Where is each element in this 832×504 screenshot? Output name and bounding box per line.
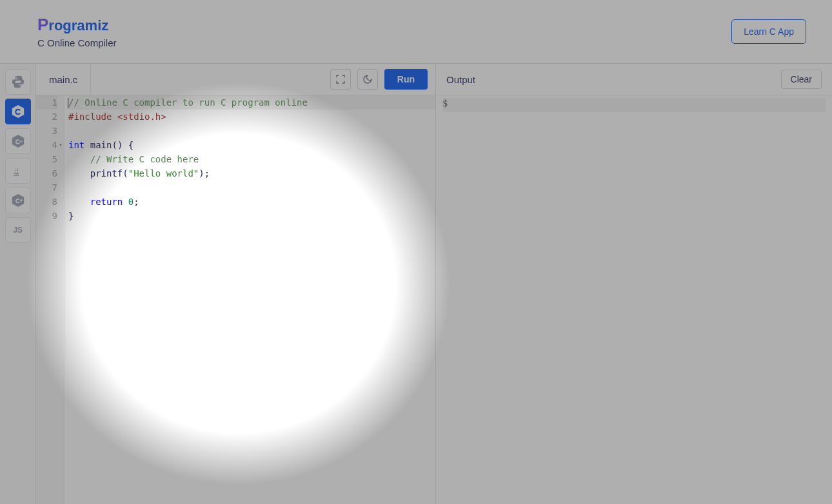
sidebar-item-js[interactable]: JS: [5, 217, 31, 243]
learn-c-app-button[interactable]: Learn C App: [731, 19, 806, 44]
logo[interactable]: Programiz: [37, 15, 117, 35]
code-line[interactable]: // Online C compiler to run C program on…: [68, 95, 435, 110]
line-number-gutter: 1234▾56789: [36, 95, 64, 504]
code-line[interactable]: int main() {: [68, 138, 435, 152]
code-token: () {: [112, 140, 134, 150]
line-number: 8: [36, 195, 57, 209]
sidebar-item-java[interactable]: [5, 158, 31, 184]
output-title: Output: [446, 74, 475, 85]
main: JS main.c Run 1234▾56789 // Online C com…: [0, 64, 832, 504]
code-line[interactable]: #include <stdio.h>: [68, 110, 435, 124]
code-line[interactable]: }: [68, 209, 435, 223]
code-editor[interactable]: 1234▾56789 // Online C compiler to run C…: [36, 95, 435, 504]
code-token: int: [68, 140, 84, 150]
header: Programiz C Online Compiler Learn C App: [0, 0, 832, 64]
csharp-icon: [11, 193, 25, 208]
line-number: 1: [36, 95, 57, 110]
c-icon: [11, 104, 25, 119]
logo-prefix: P: [37, 15, 48, 34]
sidebar-item-cpp[interactable]: [5, 128, 31, 154]
moon-icon: [362, 74, 373, 84]
code-token: return: [90, 197, 123, 207]
code-token: main: [90, 140, 112, 150]
output-body[interactable]: $: [436, 95, 832, 504]
code-token: }: [68, 211, 74, 221]
header-left: Programiz C Online Compiler: [37, 15, 117, 48]
line-number: 5: [36, 152, 57, 166]
code-token: [68, 197, 90, 207]
code-token: <stdio.h>: [117, 111, 166, 122]
output-panel: Output Clear $: [436, 64, 832, 504]
line-number: 6: [36, 166, 57, 180]
js-icon: JS: [13, 226, 23, 235]
code-token: // Online C compiler to run C program on…: [68, 97, 308, 108]
sidebar-item-c[interactable]: [5, 99, 31, 124]
sidebar-item-python[interactable]: [5, 69, 31, 95]
fullscreen-icon: [335, 74, 346, 84]
file-tab[interactable]: main.c: [36, 64, 91, 95]
line-number: 7: [36, 180, 57, 195]
code-token: 0: [128, 197, 134, 207]
sidebar-item-csharp[interactable]: [5, 188, 31, 213]
language-sidebar: JS: [0, 64, 36, 504]
code-token: #include: [68, 111, 117, 122]
code-token: // Write C code here: [90, 154, 199, 164]
output-prompt-line: $: [442, 98, 826, 112]
code-token: [68, 154, 90, 164]
page-subtitle: C Online Compiler: [37, 37, 117, 48]
code-token: "Hello world": [128, 168, 199, 179]
line-number: 9: [36, 209, 57, 223]
theme-toggle-button[interactable]: [357, 69, 378, 90]
code-line[interactable]: printf("Hello world");: [68, 166, 435, 180]
code-token: );: [199, 168, 210, 179]
code-token: ;: [134, 197, 139, 207]
code-token: printf(: [68, 168, 128, 179]
line-number: 4▾: [36, 138, 57, 152]
code-line[interactable]: return 0;: [68, 195, 435, 209]
code-line[interactable]: [68, 180, 435, 195]
logo-text: rogramiz: [48, 17, 108, 34]
code-line[interactable]: // Write C code here: [68, 152, 435, 166]
editor-header: main.c Run: [36, 64, 435, 95]
code-token: [123, 197, 128, 207]
fullscreen-button[interactable]: [330, 69, 351, 90]
code-token: [84, 140, 90, 150]
clear-button[interactable]: Clear: [781, 70, 822, 89]
output-header: Output Clear: [436, 64, 832, 95]
code-content[interactable]: // Online C compiler to run C program on…: [64, 95, 435, 504]
code-line[interactable]: [68, 124, 435, 138]
run-button[interactable]: Run: [384, 69, 428, 90]
python-icon: [11, 75, 25, 89]
line-number: 2: [36, 110, 57, 124]
fold-marker-icon[interactable]: ▾: [59, 138, 63, 152]
editor-panel: main.c Run 1234▾56789 // Online C compil…: [36, 64, 436, 504]
output-prompt: $: [442, 98, 448, 108]
editor-actions: Run: [330, 69, 428, 90]
java-icon: [11, 164, 25, 178]
file-tab-label: main.c: [49, 74, 77, 85]
cpp-icon: [11, 134, 25, 148]
line-number: 3: [36, 124, 57, 138]
